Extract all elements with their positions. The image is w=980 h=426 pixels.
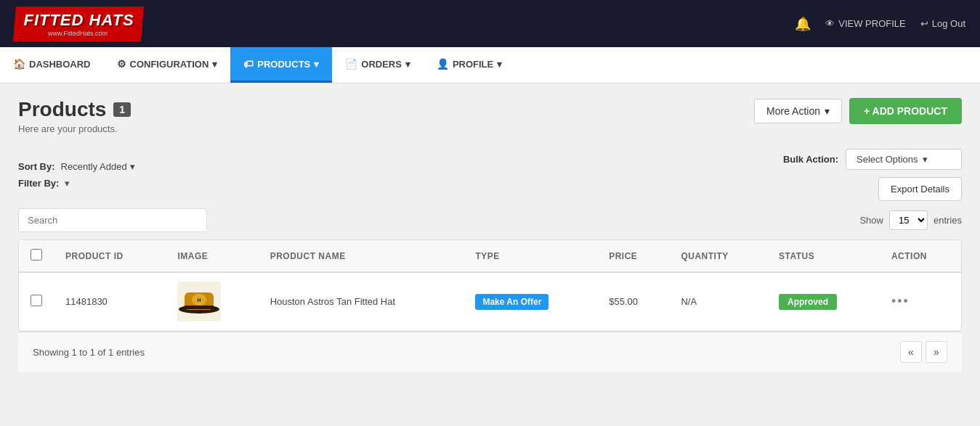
page-title-section: Products 1 Here are your products.	[18, 98, 131, 134]
select-all-checkbox[interactable]	[31, 249, 42, 261]
col-status: STATUS	[767, 240, 880, 272]
row-price: $55.00	[597, 272, 669, 331]
search-input[interactable]	[18, 208, 207, 232]
col-action: ACTION	[880, 240, 961, 272]
logo: FITTED HATS www.FittedHats.com	[13, 7, 145, 41]
sort-value[interactable]: Recently Added ▾	[61, 161, 135, 172]
products-table: PRODUCT ID IMAGE PRODUCT NAME TYPE PRICE…	[19, 240, 961, 331]
nav-dashboard[interactable]: 🏠 DASHBOARD	[0, 47, 104, 83]
logo-text: FITTED HATS	[23, 11, 134, 30]
chevron-down-icon: ▾	[212, 59, 217, 70]
logout-icon: ↩	[920, 18, 928, 29]
product-count-badge: 1	[113, 102, 131, 117]
svg-rect-3	[185, 306, 214, 309]
hat-image-svg: H	[177, 282, 221, 321]
row-quantity: N/A	[669, 272, 767, 331]
action-menu-button[interactable]: •••	[891, 294, 910, 308]
more-action-button[interactable]: More Action ▾	[754, 99, 842, 123]
status-badge: Approved	[779, 294, 837, 310]
nav-configuration[interactable]: ⚙ CONFIGURATION ▾	[104, 47, 231, 83]
row-type: Make An Offer	[463, 272, 597, 331]
col-checkbox	[19, 240, 54, 272]
pagination: « »	[900, 341, 947, 363]
row-action: •••	[880, 272, 961, 331]
bulk-action-row: Bulk Action: Select Options ▾	[783, 149, 962, 170]
export-details-button[interactable]: Export Details	[878, 177, 962, 201]
col-quantity: QUANTITY	[669, 240, 767, 272]
filters-row: Sort By: Recently Added ▾ Filter By: ▾ B…	[18, 149, 962, 201]
file-icon: 📄	[345, 58, 357, 70]
show-entries: Show 15 25 50 entries	[859, 210, 962, 230]
search-entries-row: Show 15 25 50 entries	[18, 208, 962, 232]
page-header: Products 1 Here are your products. More …	[18, 98, 962, 134]
type-badge: Make An Offer	[475, 294, 548, 310]
page-content: Products 1 Here are your products. More …	[0, 83, 980, 426]
col-product-id: PRODUCT ID	[54, 240, 166, 272]
row-image: H	[166, 272, 258, 331]
col-product-name: PRODUCT NAME	[259, 240, 464, 272]
top-bar-right: 🔔 👁 VIEW PROFILE ↩ Log Out	[795, 16, 965, 32]
prev-page-button[interactable]: «	[900, 341, 922, 363]
tag-icon: 🏷	[243, 58, 254, 70]
nav-products[interactable]: 🏷 PRODUCTS ▾	[230, 47, 332, 83]
add-product-button[interactable]: + ADD PRODUCT	[849, 98, 962, 124]
col-image: IMAGE	[166, 240, 258, 272]
eye-icon: 👁	[825, 18, 835, 29]
next-page-button[interactable]: »	[926, 341, 947, 363]
row-product-id: 11481830	[54, 272, 166, 331]
chevron-down-icon: ▾	[314, 59, 319, 70]
page-title: Products 1	[18, 98, 131, 121]
view-profile-link[interactable]: 👁 VIEW PROFILE	[825, 18, 905, 29]
nav-profile[interactable]: 👤 PROFILE ▾	[424, 47, 515, 83]
sort-filter: Sort By: Recently Added ▾ Filter By: ▾	[18, 161, 135, 189]
sort-line: Sort By: Recently Added ▾	[18, 161, 135, 172]
svg-text:H: H	[198, 298, 201, 303]
chevron-down-icon: ▾	[923, 154, 928, 165]
main-nav: 🏠 DASHBOARD ⚙ CONFIGURATION ▾ 🏷 PRODUCTS…	[0, 47, 980, 83]
nav-orders[interactable]: 📄 ORDERS ▾	[332, 47, 424, 83]
chevron-down-icon: ▾	[497, 59, 502, 70]
table-header-row: PRODUCT ID IMAGE PRODUCT NAME TYPE PRICE…	[19, 240, 961, 272]
entries-per-page-select[interactable]: 15 25 50	[889, 210, 928, 230]
chevron-down-icon: ▾	[405, 59, 410, 70]
bulk-action-select[interactable]: Select Options ▾	[846, 149, 962, 170]
logo-sub: www.FittedHats.com	[23, 30, 133, 37]
filters-right: Bulk Action: Select Options ▾ Export Det…	[783, 149, 962, 201]
gear-icon: ⚙	[117, 58, 126, 70]
page-subtitle: Here are your products.	[18, 123, 131, 134]
filter-line[interactable]: Filter By: ▾	[18, 178, 135, 189]
row-product-name: Houston Astros Tan Fitted Hat	[259, 272, 464, 331]
user-icon: 👤	[437, 58, 449, 70]
col-price: PRICE	[597, 240, 669, 272]
top-bar: FITTED HATS www.FittedHats.com 🔔 👁 VIEW …	[0, 0, 980, 47]
table-footer: Showing 1 to 1 of 1 entries « »	[18, 332, 962, 372]
product-image: H	[177, 282, 221, 321]
row-status: Approved	[767, 272, 880, 331]
bell-icon[interactable]: 🔔	[795, 16, 811, 32]
chevron-down-icon: ▾	[825, 105, 830, 117]
showing-entries-text: Showing 1 to 1 of 1 entries	[33, 347, 145, 358]
row-checkbox	[19, 272, 54, 331]
page-header-right: More Action ▾ + ADD PRODUCT	[754, 98, 962, 124]
products-table-container: PRODUCT ID IMAGE PRODUCT NAME TYPE PRICE…	[18, 239, 962, 332]
row-select-checkbox[interactable]	[31, 295, 42, 306]
chevron-down-icon: ▾	[65, 178, 70, 189]
chevron-down-icon: ▾	[130, 161, 135, 172]
table-row: 11481830	[19, 272, 961, 331]
logout-link[interactable]: ↩ Log Out	[920, 18, 965, 29]
col-type: TYPE	[463, 240, 597, 272]
home-icon: 🏠	[13, 58, 25, 70]
